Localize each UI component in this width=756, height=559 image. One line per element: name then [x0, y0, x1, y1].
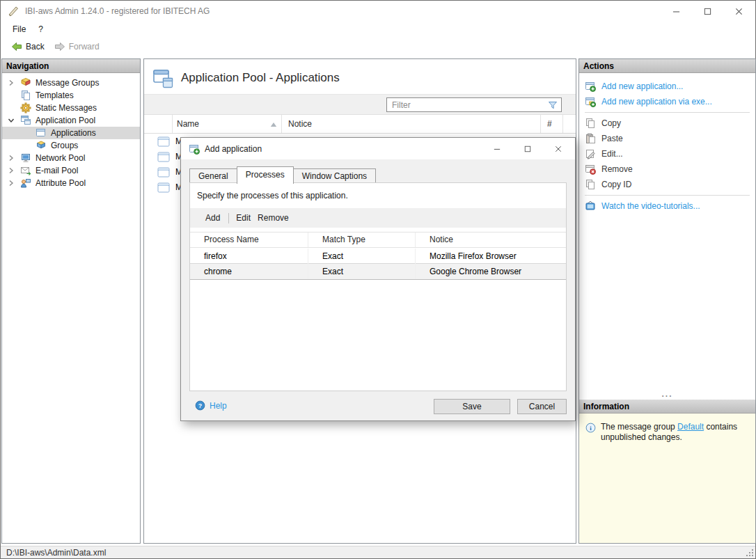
- checkbox-column-header[interactable]: [144, 115, 173, 133]
- process-row-chrome[interactable]: chromeExactGoogle Chrome Browser: [190, 263, 566, 280]
- copy-id-icon: [585, 179, 596, 190]
- chevron-down-icon[interactable]: [6, 116, 16, 125]
- action-add-new-application[interactable]: Add new application...: [579, 79, 755, 94]
- count-column-label: #: [547, 119, 552, 129]
- nav-item-label: Attribute Pool: [36, 178, 86, 188]
- action-label: Copy: [601, 118, 621, 128]
- email-pool-icon: [20, 165, 31, 176]
- window-icon: [157, 182, 170, 193]
- nav-item-label: Templates: [36, 90, 74, 100]
- menu-item-file[interactable]: File: [6, 22, 32, 36]
- dialog-title-bar: Add application: [181, 138, 575, 159]
- dialog-minimize-button[interactable]: [482, 138, 512, 159]
- panel-splitter[interactable]: ...: [579, 391, 755, 400]
- action-label: Copy ID: [601, 180, 631, 189]
- nav-item-attribute-pool[interactable]: Attribute Pool: [2, 177, 140, 189]
- dialog-maximize-button[interactable]: [512, 138, 543, 159]
- nav-item-e-mail-pool[interactable]: E-mail Pool: [2, 164, 140, 177]
- add-application-exe-icon: [585, 96, 596, 107]
- match-type-cell: Exact: [308, 264, 416, 279]
- application-pool-icon: [20, 115, 31, 126]
- action-copy[interactable]: Copy: [579, 116, 755, 131]
- message-groups-icon: [20, 77, 31, 88]
- match-type-column-header[interactable]: Match Type: [308, 233, 416, 247]
- dialog-title: Add application: [205, 144, 262, 154]
- action-copy-id[interactable]: Copy ID: [579, 177, 755, 192]
- dialog-close-button[interactable]: [543, 138, 574, 159]
- count-column-header[interactable]: #: [541, 115, 563, 133]
- minimize-button[interactable]: [661, 1, 692, 22]
- action-label: Add new application...: [601, 81, 683, 91]
- notice-cell: Mozilla Firefox Browser: [416, 249, 566, 264]
- nav-item-templates[interactable]: Templates: [2, 89, 140, 102]
- add-application-dialog: Add application GeneralProcessesWindow C…: [180, 137, 576, 421]
- nav-arrow-spacer: [6, 90, 16, 100]
- toolbar-divider: [228, 213, 229, 223]
- process-table-header: Process Name Match Type Notice: [190, 232, 566, 248]
- add-application-icon: [585, 81, 596, 92]
- save-button[interactable]: Save: [434, 399, 510, 414]
- chevron-right-icon[interactable]: [6, 153, 16, 163]
- edit-process-button[interactable]: Edit: [236, 213, 251, 223]
- groups-icon: [36, 140, 47, 151]
- process-name-cell: firefox: [190, 249, 308, 264]
- filter-toolbar: [144, 94, 576, 115]
- action-edit[interactable]: Edit...: [579, 146, 755, 162]
- notice-column-label: Notice: [288, 119, 312, 129]
- action-add-new-application-via-exe[interactable]: Add new application via exe...: [579, 94, 755, 109]
- filter-funnel-icon[interactable]: [547, 100, 558, 111]
- help-link[interactable]: ? Help: [195, 400, 227, 411]
- templates-icon: [20, 90, 31, 101]
- chevron-right-icon[interactable]: [6, 178, 16, 188]
- cancel-button[interactable]: Cancel: [517, 399, 567, 414]
- default-group-link[interactable]: Default: [677, 422, 704, 432]
- forward-icon: [54, 41, 65, 52]
- menu-item-[interactable]: ?: [32, 22, 49, 36]
- notice-column-header[interactable]: Notice: [282, 115, 541, 133]
- filter-input[interactable]: [387, 100, 547, 110]
- info-icon: i: [585, 423, 596, 433]
- action-paste[interactable]: Paste: [579, 131, 755, 146]
- app-window: IBI-aws Admin 1.24.0 - registered for IB…: [0, 0, 756, 559]
- back-button[interactable]: Back: [6, 39, 49, 54]
- tab-general[interactable]: General: [189, 168, 237, 183]
- nav-item-static-messages[interactable]: Static Messages: [2, 102, 140, 114]
- page-title: Application Pool - Applications: [181, 71, 340, 85]
- nav-item-application-pool[interactable]: Application Pool: [2, 114, 140, 127]
- nav-item-groups[interactable]: Groups: [2, 139, 140, 152]
- tab-window-captions[interactable]: Window Captions: [293, 168, 376, 183]
- nav-arrow-spacer: [6, 103, 16, 113]
- nav-item-label: Network Pool: [36, 153, 85, 163]
- action-watch-the-video-tutorials[interactable]: Watch the video-tutorials...: [579, 198, 755, 214]
- remove-icon: [585, 164, 596, 175]
- remove-process-button[interactable]: Remove: [258, 213, 289, 223]
- information-panel: i The message group Default contains unp…: [579, 414, 755, 543]
- nav-item-network-pool[interactable]: Network Pool: [2, 152, 140, 164]
- status-bar: D:\IBI-aws\Admin\Data.xml: [1, 546, 755, 558]
- process-row-firefox[interactable]: firefoxExactMozilla Firefox Browser: [190, 249, 566, 264]
- notice-column-header[interactable]: Notice: [416, 233, 566, 247]
- nav-item-message-groups[interactable]: Message Groups: [2, 77, 140, 89]
- window-icon: [157, 136, 170, 147]
- chevron-right-icon[interactable]: [6, 78, 16, 88]
- nav-item-applications[interactable]: Applications: [2, 127, 140, 139]
- navigation-tree: Message GroupsTemplatesStatic MessagesAp…: [2, 73, 140, 189]
- process-table-body: firefoxExactMozilla Firefox Browserchrom…: [190, 249, 566, 280]
- process-name-column-header[interactable]: Process Name: [190, 233, 308, 247]
- forward-button[interactable]: Forward: [49, 39, 104, 54]
- close-icon: [735, 8, 743, 15]
- chevron-right-icon[interactable]: [6, 166, 16, 175]
- resize-grip-icon[interactable]: [746, 549, 754, 557]
- action-label: Remove: [601, 164, 633, 174]
- name-column-header[interactable]: Name: [173, 115, 282, 133]
- match-type-cell: Exact: [308, 249, 416, 264]
- close-button[interactable]: [723, 1, 755, 22]
- tab-processes[interactable]: Processes: [237, 166, 294, 184]
- maximize-button[interactable]: [692, 1, 723, 22]
- video-tutorials-icon: [585, 200, 596, 212]
- window-controls: [661, 1, 755, 22]
- applications-header-icon: [153, 70, 174, 88]
- action-remove[interactable]: Remove: [579, 162, 755, 177]
- add-process-button[interactable]: Add: [205, 213, 220, 223]
- nav-item-label: Application Pool: [36, 116, 95, 125]
